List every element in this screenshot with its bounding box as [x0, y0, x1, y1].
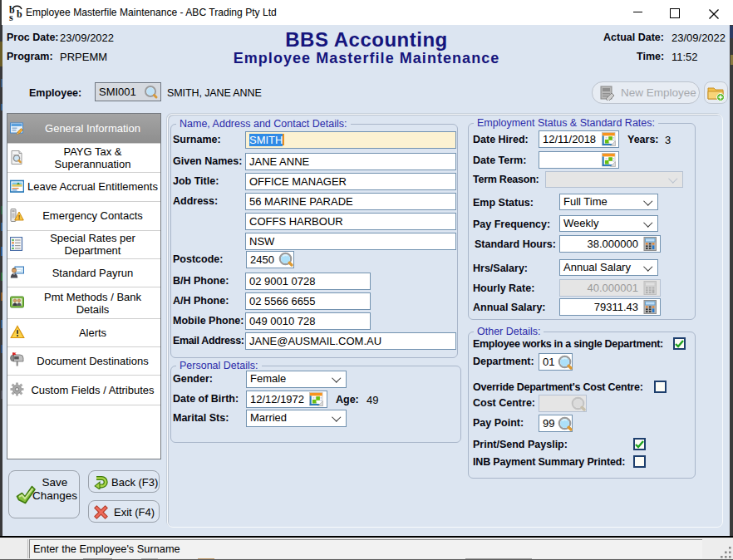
svg-text:b: b — [17, 8, 22, 20]
svg-text:s: s — [9, 12, 13, 22]
svg-text:!: ! — [18, 214, 21, 221]
